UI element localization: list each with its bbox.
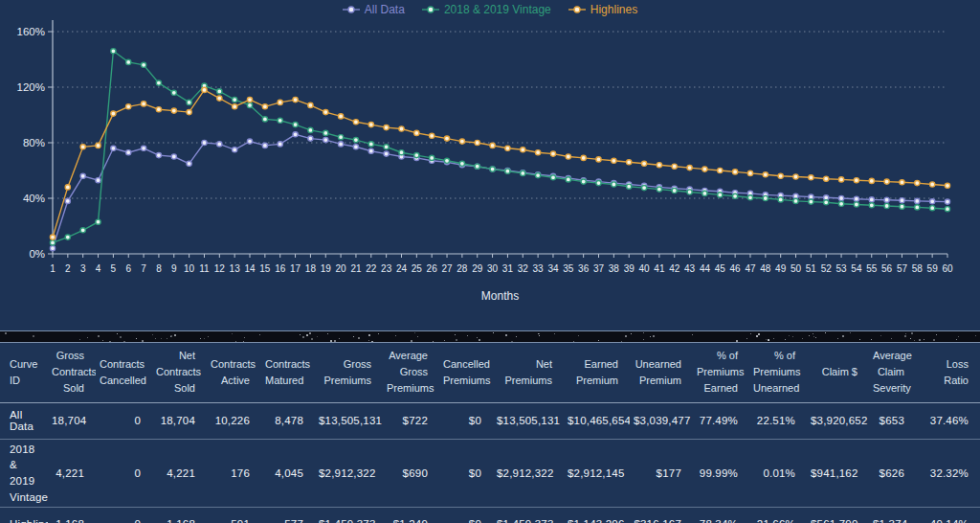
- svg-text:36: 36: [578, 263, 590, 274]
- speckle-dot: [924, 339, 924, 340]
- table-cell: $722: [383, 402, 439, 439]
- svg-text:40: 40: [638, 263, 650, 274]
- column-header--of-premiums-unearned[interactable]: % of Premiums Unearned: [749, 343, 807, 402]
- speckle-dot: [736, 340, 738, 342]
- table-cell: $2,912,322: [493, 439, 564, 508]
- speckle-dot: [758, 333, 760, 335]
- speckle-dot: [842, 335, 844, 337]
- svg-text:13: 13: [230, 263, 241, 274]
- column-header-average-gross-premiums[interactable]: Average Gross Premiums: [383, 343, 439, 402]
- curve-summary-table: Curve IDGross Contracts SoldContracts Ca…: [0, 343, 980, 523]
- column-header-contracts-active[interactable]: Contracts Active: [207, 343, 261, 402]
- table-cell: $13,505,131: [493, 402, 564, 439]
- column-header-cancelled-premiums[interactable]: Cancelled Premiums: [439, 343, 493, 402]
- loss-ratio-chart-panel: 0%40%80%120%160%123456789101112131415161…: [0, 0, 980, 330]
- svg-text:33: 33: [533, 263, 545, 274]
- svg-text:22: 22: [366, 263, 377, 274]
- panel-separator[interactable]: [0, 330, 980, 343]
- speckle-dot: [311, 338, 313, 340]
- svg-text:27: 27: [441, 263, 453, 274]
- column-header-unearned-premium[interactable]: Unearned Premium: [630, 343, 693, 402]
- speckle-dot: [933, 339, 935, 341]
- speckle-dot: [653, 335, 655, 337]
- speckle-dot: [414, 332, 415, 333]
- speckle-dot: [102, 340, 103, 341]
- speckle-dot: [910, 338, 911, 339]
- table-cell: $1,143,206: [564, 508, 630, 523]
- table-row-highlines[interactable]: Highlines1,16801,168591577$1,459,373$1,2…: [0, 508, 980, 523]
- legend-item-2018-2019-vintage[interactable]: 2018 & 2019 Vintage: [422, 3, 551, 16]
- column-header-loss-ratio[interactable]: Loss Ratio: [916, 343, 980, 402]
- speckle-dot: [152, 334, 153, 335]
- speckle-dot: [368, 340, 369, 341]
- svg-text:47: 47: [745, 263, 756, 274]
- series-all-data: [50, 132, 949, 251]
- column-header-contracts-matured[interactable]: Contracts Matured: [261, 343, 315, 402]
- table-cell: 0.01%: [749, 439, 807, 508]
- speckle-dot: [98, 335, 100, 337]
- table-cell: $0: [439, 508, 493, 523]
- speckle-dot: [859, 339, 860, 340]
- speckle-dot: [813, 336, 814, 337]
- speckle-dot: [750, 333, 751, 334]
- speckle-dot: [792, 336, 793, 337]
- table-cell: $3,039,477: [630, 402, 693, 439]
- speckle-dot: [650, 336, 651, 337]
- svg-text:59: 59: [927, 263, 939, 274]
- speckle-dot: [813, 333, 813, 334]
- column-header-average-claim-severity[interactable]: Average Claim Severity: [869, 343, 916, 402]
- column-header-gross-contracts-sold[interactable]: Gross Contracts Sold: [48, 343, 96, 402]
- svg-text:16: 16: [275, 263, 286, 274]
- svg-text:4: 4: [96, 263, 101, 274]
- table-cell: $0: [439, 439, 493, 508]
- table-cell: 10,226: [207, 402, 261, 439]
- speckle-dot: [327, 333, 328, 334]
- series-highlines: [50, 87, 949, 239]
- speckle-dot: [643, 332, 644, 333]
- column-header-gross-premiums[interactable]: Gross Premiums: [315, 343, 383, 402]
- legend-item-all-data[interactable]: All Data: [343, 3, 405, 16]
- speckle-dot: [477, 337, 478, 338]
- table-cell: $316,167: [630, 508, 693, 523]
- column-header-earned-premium[interactable]: Earned Premium: [564, 343, 630, 402]
- svg-text:58: 58: [912, 263, 924, 274]
- svg-text:46: 46: [730, 263, 742, 274]
- speckle-dot: [339, 338, 340, 339]
- table-row-all-data[interactable]: All Data18,704018,70410,2268,478$13,505,…: [0, 402, 980, 439]
- speckle-dot: [493, 332, 494, 333]
- speckle-dot: [243, 341, 244, 342]
- column-header-net-contracts-sold[interactable]: Net Contracts Sold: [152, 343, 207, 402]
- column-header--of-premiums-earned[interactable]: % of Premiums Earned: [693, 343, 749, 402]
- svg-text:7: 7: [141, 263, 146, 274]
- speckle-dot: [573, 341, 574, 342]
- svg-text:10: 10: [184, 263, 195, 274]
- speckle-dot: [789, 335, 790, 336]
- curve-id-cell: All Data: [0, 402, 48, 439]
- table-row-2018-2019-vintage[interactable]: 2018 & 2019 Vintage4,22104,2211764,045$2…: [0, 439, 980, 508]
- table-cell: 18,704: [48, 402, 96, 439]
- legend-item-highlines[interactable]: Highlines: [568, 3, 637, 16]
- speckle-dot: [142, 340, 144, 342]
- speckle-dot: [631, 333, 632, 334]
- table-cell: $1,249: [383, 508, 439, 523]
- svg-text:44: 44: [700, 263, 711, 274]
- table-cell: 0: [96, 402, 152, 439]
- column-header-contracts-cancelled[interactable]: Contracts Cancelled: [96, 343, 152, 402]
- speckle-dot: [825, 332, 826, 333]
- column-header-net-premiums[interactable]: Net Premiums: [493, 343, 564, 402]
- speckle-dot: [87, 337, 88, 338]
- svg-text:51: 51: [806, 263, 817, 274]
- speckle-dot: [756, 335, 758, 337]
- svg-text:12: 12: [214, 263, 226, 274]
- speckle-dot: [936, 334, 937, 335]
- speckle-dot: [317, 336, 318, 337]
- svg-text:3: 3: [80, 263, 86, 274]
- table-cell: 78.34%: [693, 508, 749, 523]
- column-header-claim-[interactable]: Claim $: [807, 343, 869, 402]
- speckle-dot: [200, 338, 201, 339]
- column-header-curve-id[interactable]: Curve ID: [0, 343, 48, 402]
- svg-text:42: 42: [669, 263, 680, 274]
- table-cell: $2,912,322: [315, 439, 383, 508]
- svg-text:41: 41: [654, 263, 665, 274]
- speckle-dot: [975, 335, 976, 336]
